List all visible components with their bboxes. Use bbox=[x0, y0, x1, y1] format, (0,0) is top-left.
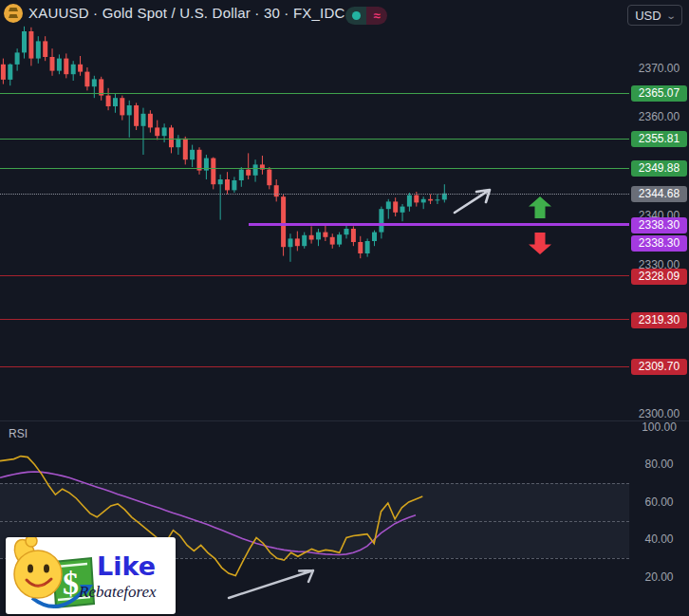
rsi-guide-50 bbox=[0, 521, 629, 522]
market-open-dot-icon bbox=[352, 11, 361, 20]
pane-divider[interactable] bbox=[0, 420, 689, 421]
price-axis-label: 2319.30 bbox=[631, 312, 687, 328]
price-axis-label: 2349.88 bbox=[631, 160, 687, 177]
currency-select-button[interactable]: USD ⌄ bbox=[627, 5, 682, 26]
delayed-data-icon: ≈ bbox=[373, 9, 380, 22]
chevron-down-icon: ⌄ bbox=[665, 10, 677, 21]
rsi-guide-70 bbox=[0, 483, 629, 484]
price-axis-label: 20.00 bbox=[631, 569, 687, 586]
breakout-trendline[interactable] bbox=[249, 223, 629, 226]
price-axis-label: 2365.07 bbox=[631, 85, 687, 102]
chart-header: XAUUSD · Gold Spot / U.S. Dollar · 30 · … bbox=[0, 0, 689, 27]
sell-arrow-marker[interactable] bbox=[529, 233, 551, 254]
rebateforex-logo-art: $ Like Rebateforex bbox=[6, 537, 176, 614]
price-axis-label: 2328.09 bbox=[631, 269, 687, 285]
price-axis-label: 80.00 bbox=[631, 457, 687, 473]
logo-rebateforex-text: Rebateforex bbox=[78, 583, 157, 601]
price-axis-label: 40.00 bbox=[631, 532, 687, 548]
price-axis[interactable]: 2370.002360.002340.002330.002300.00100.0… bbox=[629, 0, 689, 616]
resistance-line-3[interactable] bbox=[0, 168, 629, 169]
resistance-line-2[interactable] bbox=[0, 139, 629, 140]
currency-label: USD bbox=[635, 9, 661, 23]
price-axis-label: 2309.70 bbox=[631, 359, 687, 375]
support-line-1[interactable] bbox=[0, 275, 629, 276]
support-line-2[interactable] bbox=[0, 319, 629, 320]
rsi-label: RSI bbox=[9, 427, 28, 440]
price-axis-label: 2338.30 bbox=[631, 235, 687, 252]
price-axis-label: 2355.81 bbox=[631, 131, 687, 147]
price-axis-label: 60.00 bbox=[631, 495, 687, 511]
price-axis-label: 2370.00 bbox=[631, 61, 687, 77]
resistance-line-1[interactable] bbox=[0, 93, 629, 94]
logo-like-text: Like bbox=[97, 551, 156, 581]
symbol-title[interactable]: XAUUSD · Gold Spot / U.S. Dollar · 30 · … bbox=[28, 5, 344, 21]
price-axis-label: 2338.30 bbox=[631, 217, 687, 233]
rsi-arrow-drawing[interactable] bbox=[229, 570, 313, 598]
buy-arrow-marker[interactable] bbox=[529, 196, 551, 218]
support-line-3[interactable] bbox=[0, 366, 629, 367]
rebateforex-logo: $ Like Rebateforex bbox=[6, 537, 176, 614]
price-axis-label: 100.00 bbox=[631, 420, 687, 436]
gold-coin-icon bbox=[4, 4, 23, 23]
price-axis-label: 2360.00 bbox=[631, 109, 687, 125]
price-axis-label: 2344.68 bbox=[631, 186, 687, 202]
market-status-pill[interactable]: ≈ bbox=[345, 7, 387, 25]
current-price-line bbox=[0, 194, 629, 195]
